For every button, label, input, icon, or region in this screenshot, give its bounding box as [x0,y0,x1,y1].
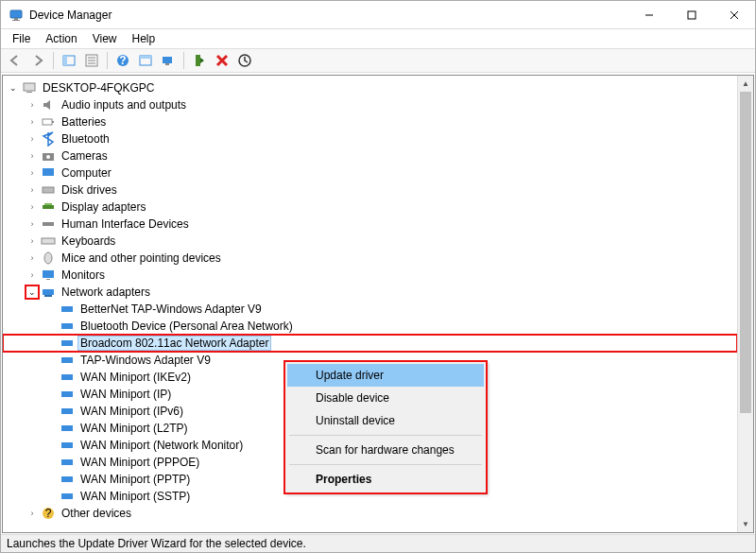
category-network-adapters[interactable]: ⌄ Network adapters [3,284,737,301]
svg-rect-24 [52,121,54,123]
svg-rect-45 [61,425,73,431]
category-bluetooth[interactable]: ›Bluetooth [3,130,737,147]
caret-open-icon[interactable]: ⌄ [26,285,39,299]
minimize-button[interactable] [627,1,670,29]
svg-rect-34 [43,270,54,278]
scroll-down-icon[interactable]: ▼ [738,516,753,532]
root-node[interactable]: ⌄ DESKTOP-4FQKGPC [3,79,737,96]
category-disk[interactable]: ›Disk drives [3,181,737,199]
svg-rect-31 [43,222,54,226]
menu-file[interactable]: File [5,30,38,47]
category-audio[interactable]: ›Audio inputs and outputs [3,96,737,113]
close-button[interactable] [713,1,755,29]
forward-button[interactable] [27,50,48,71]
svg-rect-38 [61,306,73,312]
category-keyboards[interactable]: ›Keyboards [3,233,737,250]
separator [107,52,108,69]
menu-help[interactable]: Help [125,30,163,47]
device-broadcom[interactable]: Broadcom 802.11ac Network Adapter [3,335,737,352]
device-bt-pan[interactable]: Bluetooth Device (Personal Area Network) [3,318,737,335]
scroll-thumb[interactable] [740,92,751,413]
app-icon [9,8,24,23]
category-computer[interactable]: ›Computer [3,164,737,181]
svg-rect-43 [61,391,73,397]
update-button[interactable] [234,50,255,71]
ctx-scan-hardware[interactable]: Scan for hardware changes [287,439,484,461]
caret-icon[interactable]: › [26,115,39,129]
svg-rect-21 [24,83,35,91]
caret-icon[interactable]: › [26,217,39,231]
show-hide-console-button[interactable] [59,50,79,71]
caret-open-icon[interactable]: ⌄ [7,81,20,95]
network-adapter-icon [60,489,75,504]
uninstall-button[interactable] [212,50,232,71]
category-monitors[interactable]: ›Monitors [3,267,737,284]
help-button[interactable]: ? [112,50,133,71]
display-icon [41,199,56,215]
category-batteries[interactable]: ›Batteries [3,113,737,130]
status-text: Launches the Update Driver Wizard for th… [7,537,306,550]
enable-button[interactable] [189,50,210,71]
ctx-uninstall-device[interactable]: Uninstall device [287,409,484,432]
hid-icon [41,216,56,232]
svg-rect-41 [61,357,73,363]
properties-button[interactable] [81,50,102,71]
separator [289,464,482,465]
root-label: DESKTOP-4FQKGPC [41,81,156,95]
category-display[interactable]: ›Display adapters [3,199,737,216]
network-adapter-icon [60,455,75,470]
svg-text:?: ? [45,507,52,520]
svg-rect-27 [43,168,54,176]
caret-icon[interactable]: › [26,507,39,520]
device-betternet[interactable]: BetterNet TAP-Windows Adapter V9 [3,301,737,318]
other-icon: ? [41,506,56,521]
caret-icon[interactable]: › [26,166,39,180]
caret-icon[interactable]: › [26,183,39,197]
context-menu: Update driver Disable device Uninstall d… [284,361,487,493]
svg-rect-48 [61,476,73,482]
scroll-up-icon[interactable]: ▲ [738,76,753,92]
category-cameras[interactable]: ›Cameras [3,147,737,164]
svg-rect-46 [61,442,73,448]
svg-rect-1 [14,18,18,20]
separator [53,52,54,69]
caret-icon[interactable]: › [26,234,39,248]
caret-icon[interactable]: › [26,268,39,282]
action-button[interactable] [135,50,156,71]
svg-rect-42 [61,374,73,380]
ctx-disable-device[interactable]: Disable device [287,387,484,409]
caret-icon[interactable]: › [26,251,39,265]
svg-rect-40 [61,340,73,346]
caret-icon[interactable]: › [26,149,39,163]
monitor-icon [41,268,56,283]
menubar: File Action View Help [1,29,755,48]
maximize-button[interactable] [670,1,713,29]
svg-rect-17 [163,57,172,63]
caret-icon[interactable]: › [26,200,39,214]
svg-rect-36 [43,289,54,295]
category-hid[interactable]: ›Human Interface Devices [3,216,737,233]
ctx-properties[interactable]: Properties [287,468,484,491]
caret-icon[interactable]: › [26,98,39,112]
menu-action[interactable]: Action [38,30,84,47]
svg-text:?: ? [119,54,126,67]
vertical-scrollbar[interactable]: ▲ ▼ [737,76,753,532]
network-adapter-icon [60,472,75,487]
caret-icon[interactable]: › [26,132,39,146]
scan-button[interactable] [158,50,179,71]
network-adapter-icon [60,353,75,368]
status-bar: Launches the Update Driver Wizard for th… [1,534,755,552]
svg-point-33 [44,252,52,264]
category-mice[interactable]: ›Mice and other pointing devices [3,250,737,267]
mouse-icon [41,251,56,266]
svg-rect-28 [43,187,54,193]
category-other[interactable]: ›?Other devices [3,505,737,522]
ctx-update-driver[interactable]: Update driver [287,364,484,387]
svg-rect-49 [61,493,73,499]
svg-rect-44 [61,408,73,414]
menu-view[interactable]: View [85,30,125,47]
back-button[interactable] [5,50,26,71]
network-adapter-icon [60,336,75,351]
svg-rect-39 [61,323,73,329]
keyboard-icon [41,233,56,249]
